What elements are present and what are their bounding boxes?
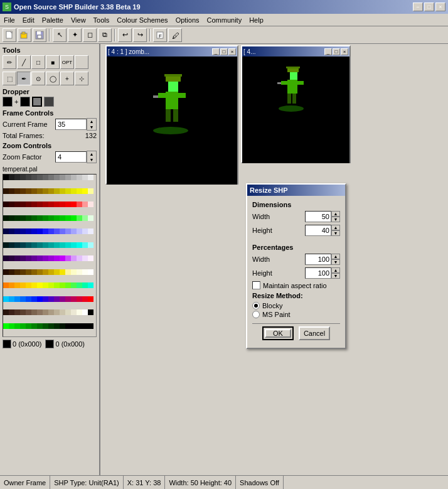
menu-help[interactable]: Help bbox=[245, 15, 267, 25]
palette-cell[interactable] bbox=[88, 215, 93, 221]
palette-cell[interactable] bbox=[77, 242, 82, 248]
palette-cell[interactable] bbox=[9, 202, 14, 207]
palette-cell[interactable] bbox=[9, 282, 14, 288]
palette-cell[interactable] bbox=[71, 188, 77, 194]
frame-close-1[interactable]: × bbox=[228, 48, 236, 55]
frame-titlebar-2[interactable]: [ 4... _ □ × bbox=[242, 46, 349, 56]
dim-height-up[interactable]: ▲ bbox=[331, 225, 340, 230]
palette-cell[interactable] bbox=[26, 296, 31, 302]
palette-cell[interactable] bbox=[43, 175, 48, 180]
palette-cell[interactable] bbox=[3, 282, 9, 288]
zoom-factor-input[interactable]: 4 bbox=[55, 151, 87, 163]
palette-cell[interactable] bbox=[65, 269, 71, 275]
frame-up-arrow[interactable]: ▲ bbox=[87, 119, 96, 124]
palette-cell[interactable] bbox=[9, 309, 14, 315]
palette-cell[interactable] bbox=[31, 228, 37, 234]
tool-select[interactable]: ⬚ bbox=[3, 72, 16, 85]
palette-cell[interactable] bbox=[77, 188, 82, 194]
palette-cell[interactable] bbox=[48, 188, 54, 194]
palette-cell[interactable] bbox=[26, 255, 31, 261]
frame-minimize-2[interactable]: _ bbox=[324, 48, 332, 55]
current-frame-spinner[interactable]: 35 ▲ ▼ bbox=[55, 118, 97, 131]
palette-grid[interactable] bbox=[3, 174, 97, 337]
tool-magic2[interactable]: ⊹ bbox=[75, 72, 88, 85]
palette-cell[interactable] bbox=[71, 282, 77, 288]
palette-cell[interactable] bbox=[60, 323, 65, 329]
frame-button[interactable]: F bbox=[153, 28, 167, 42]
palette-cell[interactable] bbox=[20, 228, 26, 234]
palette-cell[interactable] bbox=[65, 228, 71, 234]
palette-cell[interactable] bbox=[31, 255, 37, 261]
tool-line[interactable]: ╱ bbox=[17, 55, 31, 69]
palette-cell[interactable] bbox=[20, 282, 26, 288]
frame-maximize-1[interactable]: □ bbox=[220, 48, 228, 55]
palette-cell[interactable] bbox=[3, 175, 9, 180]
palette-cell[interactable] bbox=[37, 175, 43, 180]
palette-cell[interactable] bbox=[3, 269, 9, 275]
palette-cell[interactable] bbox=[60, 215, 65, 221]
palette-cell[interactable] bbox=[37, 242, 43, 248]
palette-cell[interactable] bbox=[88, 228, 93, 234]
frame-controls-1[interactable]: _ □ × bbox=[212, 48, 236, 55]
zoom-factor-spinner[interactable]: 4 ▲ ▼ bbox=[55, 151, 97, 163]
palette-cell[interactable] bbox=[54, 215, 60, 221]
palette-cell[interactable] bbox=[9, 175, 14, 180]
magic-tool[interactable]: ✦ bbox=[68, 28, 82, 42]
palette-cell[interactable] bbox=[88, 282, 93, 288]
frame-maximize-2[interactable]: □ bbox=[333, 48, 340, 55]
dim-width-input[interactable] bbox=[305, 211, 331, 222]
palette-cell[interactable] bbox=[37, 228, 43, 234]
palette-cell[interactable] bbox=[71, 309, 77, 315]
palette-cell[interactable] bbox=[43, 269, 48, 275]
palette-cell[interactable] bbox=[3, 202, 9, 207]
pct-width-arrows[interactable]: ▲ ▼ bbox=[331, 254, 340, 265]
palette-cell[interactable] bbox=[77, 175, 82, 180]
mspaint-row[interactable]: MS Paint bbox=[252, 311, 340, 318]
palette-cell[interactable] bbox=[3, 242, 9, 248]
palette-cell[interactable] bbox=[82, 215, 88, 221]
zoom-down-arrow[interactable]: ▼ bbox=[87, 157, 96, 163]
palette-cell[interactable] bbox=[48, 296, 54, 302]
palette-cell[interactable] bbox=[54, 228, 60, 234]
open-button[interactable] bbox=[18, 28, 31, 42]
menu-options[interactable]: Options bbox=[172, 15, 203, 25]
palette-cell[interactable] bbox=[43, 323, 48, 329]
frame-window-1[interactable]: [ 4 : 1 ] zomb... _ □ × bbox=[105, 45, 238, 185]
palette-cell[interactable] bbox=[26, 269, 31, 275]
palette-cell[interactable] bbox=[26, 228, 31, 234]
palette-cell[interactable] bbox=[54, 175, 60, 180]
palette-cell[interactable] bbox=[3, 215, 9, 221]
palette-cell[interactable] bbox=[88, 323, 93, 329]
palette-cell[interactable] bbox=[71, 255, 77, 261]
palette-cell[interactable] bbox=[77, 255, 82, 261]
save-button[interactable] bbox=[33, 28, 46, 42]
palette-cell[interactable] bbox=[31, 188, 37, 194]
current-frame-input[interactable]: 35 bbox=[55, 119, 87, 130]
palette-cell[interactable] bbox=[54, 323, 60, 329]
palette-cell[interactable] bbox=[43, 282, 48, 288]
menu-palette[interactable]: Palette bbox=[38, 15, 67, 25]
menu-file[interactable]: File bbox=[0, 15, 19, 25]
maintain-aspect-label[interactable]: Maintain aspect ratio bbox=[263, 282, 327, 289]
dim-width-arrows[interactable]: ▲ ▼ bbox=[331, 211, 340, 222]
palette-cell[interactable] bbox=[14, 309, 20, 315]
palette-cell[interactable] bbox=[9, 296, 14, 302]
palette-cell[interactable] bbox=[9, 323, 14, 329]
palette-cell[interactable] bbox=[65, 296, 71, 302]
palette-cell[interactable] bbox=[20, 188, 26, 194]
pct-width-up[interactable]: ▲ bbox=[331, 254, 340, 259]
palette-cell[interactable] bbox=[82, 255, 88, 261]
palette-cell[interactable] bbox=[65, 188, 71, 194]
palette-cell[interactable] bbox=[82, 323, 88, 329]
palette-cell[interactable] bbox=[37, 323, 43, 329]
pct-height-input[interactable] bbox=[305, 267, 331, 279]
palette-cell[interactable] bbox=[20, 175, 26, 180]
palette-cell[interactable] bbox=[14, 255, 20, 261]
redo-button[interactable]: ↪ bbox=[133, 28, 147, 42]
palette-cell[interactable] bbox=[14, 188, 20, 194]
current-frame-arrows[interactable]: ▲ ▼ bbox=[87, 118, 97, 131]
dropper-color-secondary[interactable] bbox=[20, 97, 30, 107]
palette-cell[interactable] bbox=[26, 202, 31, 207]
close-button[interactable]: × bbox=[435, 3, 445, 11]
resize-shp-dialog[interactable]: Resize SHP Dimensions Width ▲ ▼ bbox=[246, 183, 346, 349]
